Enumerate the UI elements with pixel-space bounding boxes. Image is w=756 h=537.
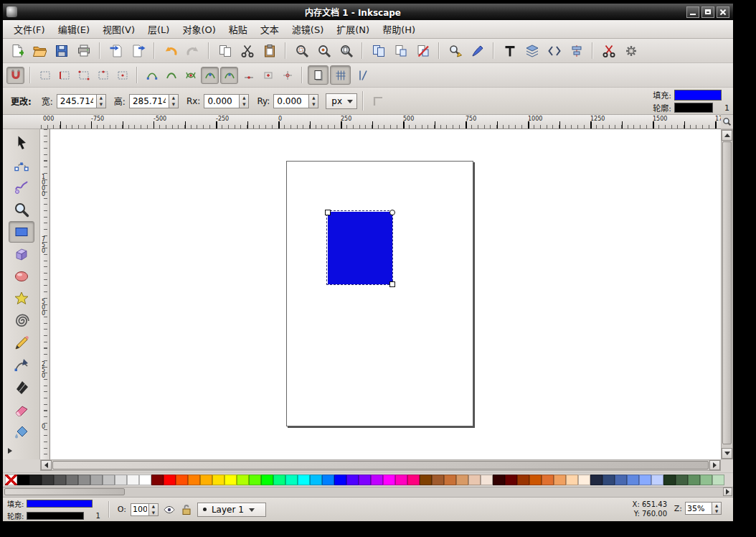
units-combo[interactable]: px [326, 93, 357, 109]
palette-swatch[interactable] [493, 475, 505, 485]
maximize-button[interactable] [701, 6, 714, 18]
snap-bbox-edge-midpoints-icon[interactable] [94, 67, 112, 84]
export-icon[interactable] [128, 41, 148, 60]
palette-swatch[interactable] [237, 475, 249, 485]
palette-swatch[interactable] [651, 475, 663, 485]
palette-swatch[interactable] [164, 475, 176, 485]
snap-paths-icon[interactable] [162, 67, 180, 84]
palette-swatch[interactable] [54, 475, 66, 485]
snap-enable-icon[interactable] [6, 67, 24, 84]
pencil-tool-icon[interactable] [9, 332, 34, 354]
rx-spinner[interactable] [240, 94, 249, 108]
duplicate-icon[interactable] [368, 41, 389, 60]
palette-swatch[interactable] [542, 475, 554, 485]
xml-editor-icon[interactable] [544, 41, 564, 60]
zoom-input[interactable] [685, 502, 712, 515]
palette-swatch[interactable] [700, 475, 712, 485]
open-icon[interactable] [29, 41, 49, 60]
node-editor-tool-icon[interactable] [9, 154, 34, 176]
scroll-up-button[interactable] [722, 130, 732, 141]
horizontal-scrollbar[interactable] [40, 459, 721, 471]
rx-input[interactable] [204, 94, 240, 108]
palette-swatch[interactable] [151, 475, 164, 485]
menu-item[interactable]: 扩展(N) [330, 20, 376, 39]
palette-swatch[interactable] [17, 475, 29, 485]
snap-grid-icon[interactable] [330, 65, 351, 85]
palette-swatch[interactable] [273, 475, 285, 485]
palette-swatch[interactable] [359, 475, 371, 485]
calligraphy-tool-icon[interactable] [9, 377, 34, 398]
palette-swatch[interactable] [176, 475, 188, 485]
palette-swatch[interactable] [468, 475, 481, 485]
palette-swatch[interactable] [212, 475, 225, 485]
snap-object-centers-icon[interactable] [259, 67, 277, 84]
titlebar[interactable]: 内存文档 1 - Inkscape [3, 4, 733, 20]
palette-menu-button[interactable] [723, 487, 732, 496]
selector-tool-icon[interactable] [9, 132, 34, 154]
palette-scrollbar-slider[interactable] [4, 488, 125, 495]
scissors-icon[interactable] [598, 41, 619, 60]
stroke-swatch[interactable] [27, 512, 84, 520]
palette-swatch[interactable] [615, 475, 627, 485]
palette-swatch[interactable] [78, 475, 90, 485]
layer-lock-icon[interactable] [180, 503, 193, 516]
height-input[interactable] [129, 94, 169, 108]
palette-swatch[interactable] [188, 475, 200, 485]
remove-rounded-corners-icon[interactable] [369, 93, 387, 110]
palette-swatch[interactable] [566, 475, 578, 485]
height-spinner[interactable] [169, 94, 179, 108]
undo-icon[interactable] [160, 41, 181, 60]
palette-swatch[interactable] [249, 475, 261, 485]
palette-swatch[interactable] [261, 475, 273, 485]
vertical-scrollbar[interactable] [721, 129, 733, 459]
menu-item[interactable]: 层(L) [141, 20, 176, 39]
palette-swatch[interactable] [456, 475, 468, 485]
unlink-clone-icon[interactable] [412, 41, 433, 60]
corner-radius-handle[interactable] [389, 210, 395, 215]
scroll-down-button[interactable] [722, 448, 732, 459]
zoom-drawing-icon[interactable] [313, 41, 334, 60]
clone-icon[interactable] [390, 41, 411, 60]
palette-swatch[interactable] [285, 475, 298, 485]
zoom-spinner[interactable] [712, 502, 722, 515]
palette-swatch[interactable] [310, 475, 322, 485]
menu-item[interactable]: 粘贴 [222, 20, 254, 39]
palette-swatch[interactable] [383, 475, 395, 485]
eraser-tool-icon[interactable] [9, 399, 34, 421]
palette-swatch[interactable] [103, 475, 115, 485]
tweak-tool-icon[interactable] [9, 177, 34, 198]
zoom-selection-icon[interactable] [291, 41, 312, 60]
layer-selector[interactable]: Layer 1 [197, 503, 266, 517]
palette-swatch[interactable] [334, 475, 346, 485]
minimize-button[interactable] [686, 6, 699, 18]
ellipse-tool-icon[interactable] [9, 266, 34, 287]
palette-swatch[interactable] [407, 475, 420, 485]
vertical-ruler[interactable]: 10007505002500 [40, 129, 50, 459]
snap-cusp-nodes-icon[interactable] [201, 67, 219, 84]
new-document-icon[interactable] [6, 41, 27, 60]
palette-swatch[interactable] [66, 475, 78, 485]
text-dialog-icon[interactable] [499, 41, 520, 60]
import-icon[interactable] [105, 41, 126, 60]
print-icon[interactable] [73, 41, 94, 60]
snap-bbox-edges-icon[interactable] [55, 67, 73, 84]
opacity-input[interactable] [131, 503, 149, 516]
palette-swatch[interactable] [663, 475, 676, 485]
palette-swatch[interactable] [139, 475, 151, 485]
ry-spinner[interactable] [309, 94, 318, 108]
star-tool-icon[interactable] [9, 288, 34, 309]
palette-swatch[interactable] [420, 475, 432, 485]
palette-swatch[interactable] [554, 475, 566, 485]
palette-swatch[interactable] [322, 475, 334, 485]
menu-item[interactable]: 编辑(E) [52, 20, 96, 39]
align-dialog-icon[interactable] [566, 41, 587, 60]
scroll-left-button[interactable] [41, 460, 52, 470]
canvas[interactable] [50, 129, 721, 459]
copy-icon[interactable] [214, 41, 235, 60]
palette-swatch[interactable] [517, 475, 529, 485]
cut-icon[interactable] [237, 41, 257, 60]
menu-item[interactable]: 滤镜(S) [285, 20, 330, 39]
close-button[interactable] [717, 6, 729, 18]
paint-bucket-tool-icon[interactable] [9, 421, 34, 443]
palette-swatch[interactable] [225, 475, 237, 485]
